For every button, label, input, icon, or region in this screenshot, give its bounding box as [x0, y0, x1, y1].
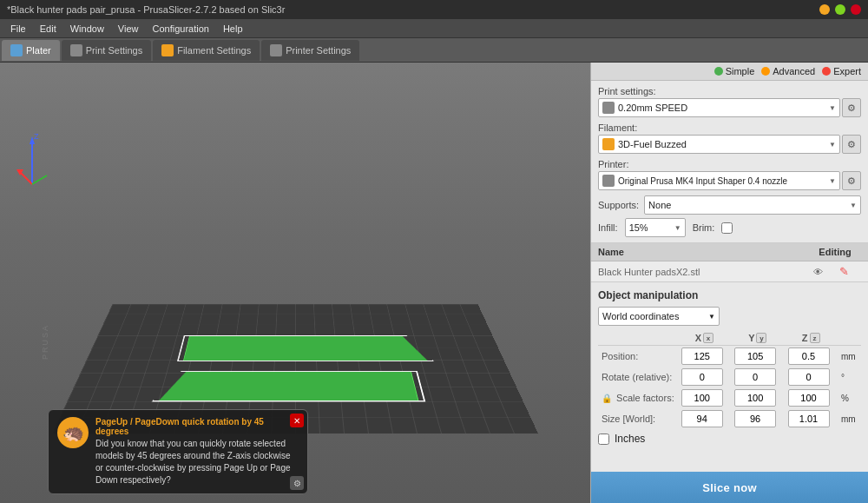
coord-mode-select[interactable]: World coordinates ▼	[598, 307, 720, 326]
tab-printer-label: Printer Settings	[286, 45, 351, 56]
coord-mode-arrow: ▼	[708, 313, 715, 321]
simple-dot	[714, 67, 723, 76]
object-list: Name Editing Black Hunter padsX2.stl 👁 ✎	[591, 243, 868, 282]
manipulation-table: X x Y y Z z Position:	[598, 331, 861, 429]
infill-select[interactable]: 15% ▼	[625, 218, 686, 237]
manip-row-scale: 🔒 Scale factors: %	[598, 387, 861, 408]
simple-label: Simple	[726, 66, 755, 76]
manip-row-rotate: Rotate (relative): °	[598, 367, 861, 387]
menu-edit[interactable]: Edit	[33, 22, 63, 36]
print-settings-edit-btn[interactable]: ⚙	[842, 98, 861, 117]
rotate-x-input[interactable]	[681, 368, 723, 386]
mode-expert[interactable]: Expert	[822, 66, 861, 76]
axes-indicator: Z	[10, 132, 54, 184]
rotate-z-input[interactable]	[788, 368, 830, 386]
tooltip-title: PageUp / PageDown quick rotation by 45 d…	[95, 417, 299, 436]
inches-row: Inches	[598, 429, 861, 448]
printer-select-icon	[602, 175, 615, 187]
scale-x-input[interactable]	[681, 389, 723, 407]
tooltip-notification: 🦔 PageUp / PageDown quick rotation by 45…	[48, 409, 308, 494]
position-z-input[interactable]	[788, 347, 830, 365]
object-visibility-btn[interactable]: 👁	[809, 267, 826, 277]
print-config-section: Print settings: 0.20mm SPEED ▼ ⚙ Filamen…	[591, 81, 868, 243]
infill-label: Infill:	[598, 222, 618, 233]
supports-label: Supports:	[598, 200, 639, 210]
infill-value: 15%	[629, 222, 648, 233]
scale-z-input[interactable]	[788, 389, 830, 407]
close-btn[interactable]	[851, 4, 861, 15]
print-settings-label: Print settings:	[598, 86, 659, 96]
right-panel: Simple Advanced Expert Print settings: 0…	[590, 63, 868, 503]
inches-checkbox[interactable]	[598, 434, 609, 445]
col-editing-header: Editing	[809, 247, 861, 257]
menu-configuration[interactable]: Configuration	[145, 22, 215, 36]
rotate-unit: °	[838, 367, 861, 387]
viewport[interactable]: ⬛ ◻ ⊞ ⊕ ↻ ⊡ ◎ ⊕ + ⊞ ◉ ≡ ↩ ↖ ✛ ↻ ⤡ ✂ 📐 ⬡	[0, 63, 590, 503]
menu-help[interactable]: Help	[216, 22, 250, 36]
menu-view[interactable]: View	[111, 22, 146, 36]
print-settings-value: 0.20mm SPEED	[618, 103, 829, 113]
filament-color-icon	[602, 138, 615, 150]
scale-label: 🔒 Scale factors:	[598, 387, 678, 408]
scale-y-input[interactable]	[734, 389, 776, 407]
expert-label: Expert	[833, 66, 861, 76]
tooltip-close-btn[interactable]: ✕	[290, 414, 304, 427]
model-outline-bottom	[152, 371, 426, 402]
size-z-input[interactable]	[788, 410, 830, 427]
filament-arrow: ▼	[829, 141, 836, 149]
minimize-btn[interactable]	[819, 4, 830, 15]
tab-filament-label: Filament Settings	[177, 45, 251, 56]
position-y-input[interactable]	[734, 347, 776, 365]
object-list-item: Black Hunter padsX2.stl 👁 ✎	[591, 261, 868, 281]
plater-icon	[10, 44, 23, 56]
printer-select[interactable]: Original Prusa MK4 Input Shaper 0.4 nozz…	[598, 171, 840, 190]
tab-printer-settings[interactable]: Printer Settings	[261, 40, 359, 61]
rotate-y-input[interactable]	[734, 368, 776, 386]
mode-advanced[interactable]: Advanced	[761, 66, 815, 76]
tab-print-settings[interactable]: Print Settings	[62, 40, 151, 61]
supports-arrow: ▼	[850, 202, 857, 209]
brim-checkbox[interactable]	[721, 222, 733, 234]
mode-simple[interactable]: Simple	[714, 66, 755, 76]
filament-edit-btn[interactable]: ⚙	[842, 135, 861, 154]
maximize-btn[interactable]	[835, 4, 845, 15]
rotate-y-cell	[731, 367, 784, 387]
position-z-cell	[785, 346, 838, 367]
printer-label-row: Printer:	[598, 159, 861, 169]
slice-now-button[interactable]: Slice now	[591, 472, 868, 503]
print-settings-select[interactable]: 0.20mm SPEED ▼	[598, 98, 840, 117]
object-edit-btn[interactable]: ✎	[826, 265, 861, 278]
tab-plater[interactable]: Plater	[2, 40, 60, 61]
size-z-cell	[785, 408, 838, 429]
position-label: Position:	[598, 346, 678, 367]
position-x-input[interactable]	[681, 347, 723, 365]
size-y-input[interactable]	[734, 410, 776, 427]
scale-y-cell	[731, 387, 784, 408]
printer-arrow: ▼	[829, 177, 836, 185]
menu-file[interactable]: File	[3, 22, 33, 36]
filament-select[interactable]: 3D-Fuel Buzzed ▼	[598, 135, 840, 154]
manip-th-unit	[838, 331, 861, 346]
brim-label: Brim:	[693, 222, 715, 233]
supports-select[interactable]: None ▼	[644, 195, 861, 215]
tab-filament-settings[interactable]: Filament Settings	[153, 40, 260, 61]
tooltip-settings-btn[interactable]: ⚙	[290, 476, 304, 490]
viewport-background: Z	[0, 63, 590, 503]
menubar: File Edit Window View Configuration Help	[0, 19, 868, 38]
printer-value: Original Prusa MK4 Input Shaper 0.4 nozz…	[618, 176, 829, 186]
window-controls	[819, 4, 861, 15]
rotate-z-cell	[785, 367, 838, 387]
object-name: Black Hunter padsX2.stl	[598, 267, 809, 277]
manip-th-x: X x	[678, 331, 731, 346]
manip-th-empty	[598, 331, 678, 346]
menu-window[interactable]: Window	[63, 22, 111, 36]
size-x-input[interactable]	[681, 410, 723, 427]
printer-edit-btn[interactable]: ⚙	[842, 171, 861, 190]
tab-plater-label: Plater	[26, 45, 51, 56]
manip-row-size: Size [World]: mm	[598, 408, 861, 429]
coord-mode-row: World coordinates ▼	[598, 307, 861, 326]
size-label: Size [World]:	[598, 408, 678, 429]
print-settings-icon	[70, 44, 82, 56]
scale-unit: %	[838, 387, 861, 408]
z-axis-icon: z	[810, 333, 820, 343]
